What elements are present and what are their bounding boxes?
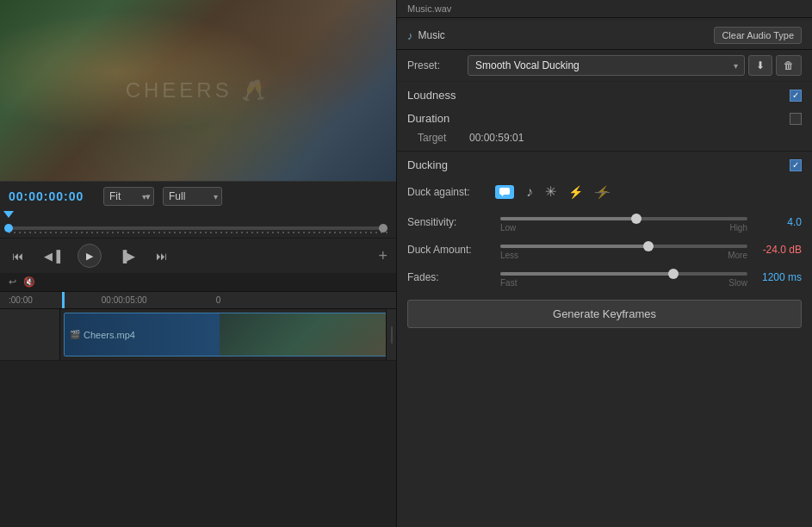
playback-button-row: ⏮ ◀▐ ▶ ▐▶ ⏭ + bbox=[0, 238, 396, 273]
sensitivity-high: High bbox=[729, 223, 747, 232]
duck-amount-slider-container: Less More bbox=[500, 239, 747, 260]
right-panel: Music.wav ♪ Music Clear Audio Type Prese… bbox=[396, 0, 812, 527]
duck-against-label: Duck against: bbox=[407, 186, 493, 198]
track-resize-handle[interactable] bbox=[386, 309, 396, 360]
target-value: 00:00:59:01 bbox=[469, 132, 524, 144]
clip-thumbnail bbox=[220, 313, 392, 356]
timeline-video-track: 🎬 Cheers.mp4 bbox=[0, 309, 396, 361]
ducking-section-header: Ducking bbox=[397, 152, 812, 175]
playhead-line bbox=[62, 292, 65, 308]
ducking-checkbox[interactable] bbox=[790, 159, 802, 171]
ruler-mark-2: 0 bbox=[216, 295, 221, 305]
fades-low: Fast bbox=[500, 278, 517, 288]
duration-checkbox[interactable] bbox=[790, 113, 802, 125]
video-clip[interactable]: 🎬 Cheers.mp4 bbox=[64, 313, 393, 356]
clip-label: Cheers.mp4 bbox=[84, 330, 135, 340]
ambience-duck-button[interactable]: ⚡ bbox=[567, 183, 585, 201]
filename-bar: Music.wav bbox=[397, 0, 812, 18]
fades-row: Fades: Fast Slow 1200 ms bbox=[397, 264, 812, 291]
duck-amount-high: More bbox=[728, 251, 747, 260]
music-duck-icon: ♪ bbox=[526, 184, 533, 200]
preset-row: Preset: Smooth Vocal Ducking Aggressive … bbox=[397, 50, 812, 82]
music-duck-button[interactable]: ♪ bbox=[524, 183, 535, 202]
duck-against-row: Duck against: ♪ ✳ ⚡ bbox=[397, 175, 812, 208]
sensitivity-fill bbox=[500, 217, 636, 220]
loudness-checkbox[interactable] bbox=[790, 90, 802, 102]
skip-forward-button[interactable]: ⏭ bbox=[152, 248, 170, 264]
generate-keyframes-button[interactable]: Generate Keyframes bbox=[407, 300, 802, 328]
scrubber-bar[interactable] bbox=[9, 226, 387, 230]
scrubber-thumb[interactable] bbox=[4, 224, 13, 232]
ambience-duck-icon: ⚡ bbox=[568, 185, 583, 199]
svg-marker-1 bbox=[501, 195, 504, 196]
preset-dropdown-wrapper: Smooth Vocal Ducking Aggressive Ducking … bbox=[468, 55, 745, 76]
duck-amount-fill bbox=[500, 245, 648, 248]
fades-label: Fades: bbox=[407, 271, 493, 283]
fades-labels: Fast Slow bbox=[500, 278, 747, 288]
sensitivity-value: 4.0 bbox=[754, 216, 802, 228]
audio-type-label: Music bbox=[418, 29, 445, 41]
audio-type-header: ♪ Music Clear Audio Type bbox=[397, 22, 812, 50]
fades-thumb[interactable] bbox=[668, 269, 679, 279]
preset-dropdown[interactable]: Smooth Vocal Ducking Aggressive Ducking … bbox=[468, 55, 745, 76]
svg-rect-0 bbox=[499, 188, 510, 195]
step-back-button[interactable]: ◀▐ bbox=[40, 248, 64, 264]
scrubber-area[interactable] bbox=[0, 211, 396, 238]
sfx-duck-button[interactable]: ✳ bbox=[543, 182, 558, 202]
sensitivity-label: Sensitivity: bbox=[407, 216, 493, 228]
fit-select-wrapper: Fit 25% 50% 75% 100% ▾ bbox=[103, 187, 154, 206]
sfx-duck-icon: ✳ bbox=[545, 183, 556, 200]
sensitivity-slider-track[interactable] bbox=[500, 217, 747, 220]
track-content[interactable]: 🎬 Cheers.mp4 bbox=[60, 309, 396, 360]
step-forward-button[interactable]: ▐▶ bbox=[115, 248, 139, 264]
fades-high: Slow bbox=[728, 278, 747, 288]
duck-amount-slider-track[interactable] bbox=[500, 245, 747, 248]
duck-icon-group: ♪ ✳ ⚡ ⚡ bbox=[493, 182, 611, 202]
sensitivity-slider-container: Low High bbox=[500, 212, 747, 232]
go-to-start-button[interactable]: ⏮ bbox=[9, 248, 27, 264]
delete-preset-button[interactable]: 🗑 bbox=[776, 55, 802, 76]
duration-label: Duration bbox=[407, 112, 449, 125]
sensitivity-labels: Low High bbox=[500, 223, 747, 232]
other-duck-button[interactable]: ⚡ bbox=[593, 183, 611, 201]
fades-slider-track[interactable] bbox=[500, 272, 747, 276]
clip-icon: 🎬 bbox=[70, 330, 80, 339]
preview-image bbox=[0, 0, 396, 181]
timecode: 00:00:00:00 bbox=[9, 189, 95, 203]
quality-select[interactable]: Full Half Quarter bbox=[163, 187, 222, 206]
music-note-icon: ♪ bbox=[407, 29, 413, 42]
dialogue-active-icon bbox=[495, 185, 514, 199]
target-row: Target 00:00:59:01 bbox=[397, 128, 812, 151]
duck-amount-low: Less bbox=[500, 251, 518, 260]
left-panel: 00:00:00:00 Fit 25% 50% 75% 100% ▾ Full … bbox=[0, 0, 396, 527]
duck-amount-labels: Less More bbox=[500, 251, 747, 260]
clear-audio-button[interactable]: Clear Audio Type bbox=[714, 27, 802, 44]
ruler-mark-1: 00:00:05:00 bbox=[102, 295, 147, 305]
filename: Music.wav bbox=[407, 3, 451, 14]
add-button[interactable]: + bbox=[378, 247, 387, 265]
download-preset-button[interactable]: ⬇ bbox=[748, 55, 772, 76]
loop-button[interactable]: ↩ bbox=[7, 275, 18, 289]
mute-button[interactable]: 🔇 bbox=[22, 275, 37, 289]
duck-amount-value: -24.0 dB bbox=[754, 244, 802, 256]
sensitivity-row: Sensitivity: Low High 4.0 bbox=[397, 208, 812, 236]
fades-value: 1200 ms bbox=[754, 271, 802, 283]
track-dots bbox=[9, 232, 387, 233]
other-duck-icon: ⚡ bbox=[595, 185, 610, 199]
fit-select[interactable]: Fit 25% 50% 75% 100% bbox=[103, 187, 154, 206]
duck-amount-thumb[interactable] bbox=[643, 241, 654, 251]
dialogue-duck-button[interactable] bbox=[493, 183, 516, 201]
ducking-label: Ducking bbox=[407, 158, 448, 171]
preset-label: Preset: bbox=[407, 59, 468, 71]
sensitivity-thumb[interactable] bbox=[631, 214, 642, 224]
timeline-ruler: :00:00 00:00:05:00 0 bbox=[0, 292, 396, 309]
duration-section: Duration bbox=[397, 105, 812, 128]
fades-fill bbox=[500, 272, 673, 276]
fades-slider-container: Fast Slow bbox=[500, 267, 747, 288]
ruler-mark-0: :00:00 bbox=[9, 295, 33, 305]
quality-select-wrapper: Full Half Quarter bbox=[163, 187, 222, 206]
resize-grip bbox=[391, 326, 393, 344]
duck-amount-label: Duck Amount: bbox=[407, 244, 493, 256]
timeline-area: :00:00 00:00:05:00 0 🎬 Cheers.mp4 bbox=[0, 291, 396, 527]
play-button[interactable]: ▶ bbox=[77, 244, 102, 268]
